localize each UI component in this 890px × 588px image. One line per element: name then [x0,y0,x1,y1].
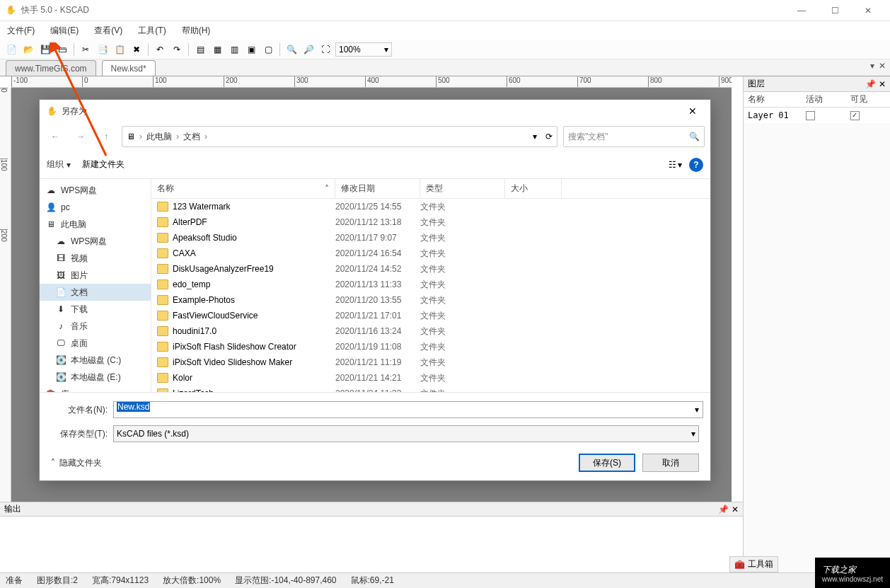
tree-item[interactable]: 💽本地磁盘 (E:) [40,369,151,386]
visible-checkbox[interactable] [850,111,860,120]
pin-icon[interactable]: 📌 [865,79,876,89]
list-item[interactable]: 123 Watermark2020/11/25 14:55文件夹 [151,199,710,214]
refresh-icon[interactable]: ⟳ [545,132,553,142]
tree-item[interactable]: ♪音乐 [40,318,151,335]
open-icon[interactable]: 📂 [21,42,35,57]
breadcrumb-folder[interactable]: 文档 [183,131,200,143]
help-icon[interactable]: ? [689,158,703,172]
address-bar[interactable]: 🖥 › 此电脑 › 文档 › ▾ ⟳ [122,126,557,147]
tab-dropdown-icon[interactable]: ▾ [870,61,874,71]
nav-forward-icon[interactable]: → [71,127,91,146]
desktop-icon: 🖵 [55,338,67,349]
new-folder-button[interactable]: 新建文件夹 [82,158,125,171]
minimize-button[interactable]: — [785,0,818,21]
tab-newksd[interactable]: New.ksd* [102,60,156,76]
filename-dropdown-icon[interactable]: ▾ [695,405,699,415]
list-item[interactable]: CAXA2020/11/24 16:54文件夹 [151,246,710,261]
maximize-button[interactable]: ☐ [819,0,851,21]
delete-icon[interactable]: ✖ [129,42,144,57]
toolbox-tab[interactable]: 🧰 工具箱 [729,556,778,572]
new-icon[interactable]: 📄 [4,42,18,57]
nav-up-icon[interactable]: ↑ [96,127,116,146]
hide-folders-button[interactable]: ˄ 隐藏文件夹 [51,457,102,469]
layers-title: 图层 [748,78,765,90]
tree-item[interactable]: 📄文档 [40,284,151,301]
tree-item[interactable]: ☁WPS网盘 [40,233,151,250]
view-mode-button[interactable]: ☷ ▾ [669,160,682,170]
list-item[interactable]: edo_temp2020/11/13 11:33文件夹 [151,277,710,292]
dialog-close-button[interactable]: ✕ [682,100,703,122]
tree-item[interactable]: 🖵桌面 [40,335,151,352]
tree-item[interactable]: ☁WPS网盘 [40,182,151,199]
tree-item[interactable]: 💽本地磁盘 (C:) [40,352,151,369]
active-checkbox[interactable] [806,111,815,120]
col-type[interactable]: 类型 [420,179,505,198]
col-size[interactable]: 大小 [505,179,562,198]
tab-timegis[interactable]: www.TimeGIS.com [6,60,96,76]
panel-close-icon[interactable]: ✕ [879,79,886,89]
fit-icon[interactable]: ⛶ [318,42,333,57]
redo-icon[interactable]: ↷ [170,42,184,57]
zoomin-icon[interactable]: 🔍 [284,42,299,57]
align-icon[interactable]: ▤ [193,42,207,57]
list-item[interactable]: iPixSoft Flash Slideshow Creator2020/11/… [151,339,710,354]
paste-icon[interactable]: 📋 [112,42,127,57]
save-icon[interactable]: 💾 [38,42,52,57]
list-item[interactable]: Kolor2020/11/21 14:21文件夹 [151,370,710,386]
organize-button[interactable]: 组织 ▾ [47,158,71,171]
list-item[interactable]: FastViewCloudService2020/11/21 17:01文件夹 [151,308,710,323]
list-item[interactable]: iPixSoft Video Slideshow Maker2020/11/21… [151,354,710,370]
list-item[interactable]: AlterPDF2020/11/12 13:18文件夹 [151,214,710,230]
save-button[interactable]: 保存(S) [579,454,635,472]
panel-close-icon[interactable]: ✕ [732,505,739,514]
nav-back-icon[interactable]: ← [45,127,65,146]
filename-input[interactable]: New.ksd [113,401,703,418]
close-button[interactable]: ✕ [852,0,884,21]
addr-dropdown-icon[interactable]: ▾ [533,132,537,142]
copy-icon[interactable]: 📑 [96,42,110,57]
folder-icon [157,217,168,227]
tab-close-icon[interactable]: ✕ [879,61,886,71]
tree-item[interactable]: 🖥此电脑 [40,216,151,233]
list-item[interactable]: DiskUsageAnalyzerFree192020/11/24 14:52文… [151,261,710,277]
zoomout-icon[interactable]: 🔎 [301,42,316,57]
layer-row[interactable]: Layer 01 [744,108,890,123]
list-item[interactable]: Example-Photos2020/11/20 13:55文件夹 [151,292,710,308]
window-title: 快手 5.0 - KSCAD [21,4,785,16]
image-icon: 🖼 [55,270,67,281]
undo-icon[interactable]: ↶ [153,42,167,57]
menu-help[interactable]: 帮助(H) [182,25,211,37]
breadcrumb-root[interactable]: 此电脑 [146,131,172,143]
sort-icon: ˄ [325,184,329,194]
menu-file[interactable]: 文件(F) [7,25,35,37]
align4-icon[interactable]: ▣ [244,42,258,57]
menu-tools[interactable]: 工具(T) [138,25,166,37]
menu-edit[interactable]: 编辑(E) [50,25,79,37]
list-item[interactable]: houdini17.02020/11/16 13:24文件夹 [151,323,710,339]
menubar: 文件(F) 编辑(E) 查看(V) 工具(T) 帮助(H) [0,21,890,40]
tree-item[interactable]: ⬇下载 [40,301,151,318]
col-date[interactable]: 修改日期 [335,179,420,198]
list-item[interactable]: Apeaksoft Studio2020/11/17 9:07文件夹 [151,230,710,246]
tree-item[interactable]: 📚库 [40,386,151,392]
saveall-icon[interactable]: 🗃 [55,42,69,57]
menu-view[interactable]: 查看(V) [94,25,122,37]
col-visible: 可见 [846,92,890,107]
filetype-select[interactable]: KsCAD files (*.ksd) ▾ [113,425,699,442]
cancel-button[interactable]: 取消 [642,454,699,472]
cut-icon[interactable]: ✂ [79,42,93,57]
list-item[interactable]: LizardTech2020/11/24 11:32文件夹 [151,386,710,392]
zoom-combo[interactable]: 100% ▾ [335,42,392,57]
align5-icon[interactable]: ▢ [261,42,275,57]
tree-item[interactable]: 👤pc [40,199,151,216]
tree-item[interactable]: 🖼图片 [40,267,151,284]
align2-icon[interactable]: ▦ [210,42,224,57]
search-input[interactable]: 搜索"文档" 🔍 [563,126,705,147]
align3-icon[interactable]: ▥ [227,42,241,57]
pin-icon[interactable]: 📌 [718,505,729,514]
output-title: 输出 [4,503,21,515]
folder-icon [157,279,168,289]
status-shapes: 图形数目:2 [37,575,78,587]
col-name[interactable]: 名称˄ [151,179,335,198]
tree-item[interactable]: 🎞视频 [40,250,151,267]
